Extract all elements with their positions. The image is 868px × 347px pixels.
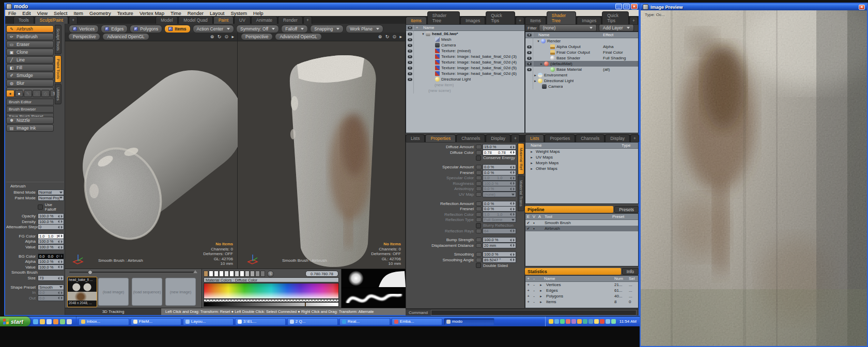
paint-tool-button[interactable]: ✐ Smudge	[6, 72, 54, 79]
pipeline-tool-row[interactable]: ✔ • Smooth Brush	[525, 220, 638, 226]
more-icon[interactable]: ▸	[399, 34, 402, 39]
property-field[interactable]: Normal	[38, 190, 64, 195]
color-swatch[interactable]	[245, 271, 250, 277]
shader-tree-row[interactable]: ► Directional Light	[525, 78, 638, 84]
stepper-arrows[interactable]	[58, 234, 63, 238]
stepper-arrows[interactable]	[510, 202, 515, 206]
visibility-eye-icon[interactable]	[525, 44, 533, 50]
channel-toggle[interactable]	[476, 150, 482, 155]
items-tree-row[interactable]: Directional Light	[406, 76, 524, 82]
expand-plus[interactable]: +	[525, 299, 531, 304]
property-field[interactable]: 100.0 %	[38, 239, 64, 244]
brush-tip-button[interactable]: ☆	[33, 90, 41, 97]
panel-tab[interactable]: Lists	[525, 134, 544, 142]
tray-icon[interactable]	[566, 319, 570, 324]
items-tree-row[interactable]: Texture: Image: head_bake_final_02d (4)	[406, 59, 524, 65]
stepper-arrows[interactable]	[510, 182, 515, 185]
panel-tab[interactable]: Channels	[456, 134, 485, 142]
menu-item[interactable]: File	[5, 10, 19, 16]
property-field[interactable]: 0.0 %	[483, 170, 516, 176]
property-field[interactable]: 100.0 %	[483, 181, 516, 186]
panel-tab[interactable]: Display	[605, 134, 630, 142]
expand-arrow[interactable]: ►	[537, 289, 543, 292]
stepper-arrows[interactable]	[58, 214, 63, 218]
color-swatch[interactable]	[204, 271, 208, 277]
stepper-arrows[interactable]	[510, 165, 515, 169]
tray-icon[interactable]	[583, 319, 587, 324]
pan-icon[interactable]: ⊕	[378, 34, 382, 39]
property-field[interactable]: 15.0 %	[483, 144, 516, 150]
tray-icon[interactable]	[606, 319, 610, 324]
taskbar-task-button[interactable]: Layou...	[183, 318, 234, 325]
brush-link-button[interactable]: Brush Editor	[6, 99, 54, 105]
stepper-arrows[interactable]	[510, 151, 515, 154]
layout-tab[interactable]: Sculpt/Paint	[35, 16, 68, 24]
tray-icon[interactable]	[554, 319, 559, 324]
shader-tree-row[interactable]: ▼ Render	[525, 38, 638, 44]
enable-check[interactable]: ✔	[525, 221, 531, 225]
viewport-right[interactable]: Perspective Advanced OpenGL ⊕ ↻ ⊙ ▸	[238, 33, 406, 269]
menu-item[interactable]: Time	[167, 10, 184, 16]
expand-arrow[interactable]: ►	[530, 150, 534, 153]
items-tree-row[interactable]: Texture: Image: head_bake_final_02d (5)	[406, 65, 524, 71]
layout-tab[interactable]: +	[69, 16, 78, 24]
panel-tab[interactable]: +	[630, 134, 639, 142]
shader-effect-value[interactable]: Alpha	[603, 44, 613, 49]
slider-handle[interactable]	[88, 270, 92, 275]
rotate-icon[interactable]: ↻	[218, 34, 222, 39]
menu-item[interactable]: Edit	[19, 10, 34, 16]
property-field[interactable]: 0.78 0.78 0.78	[483, 150, 516, 155]
panel-tab[interactable]: Display	[486, 134, 510, 142]
checkbox[interactable]	[38, 204, 43, 210]
stepper-arrows[interactable]	[510, 238, 515, 242]
property-field[interactable]: Smooth	[38, 285, 64, 290]
property-field[interactable]: (none)	[483, 192, 516, 197]
shader-tree-row[interactable]: Camera	[525, 84, 638, 89]
paint-tool-button[interactable]: ✎ Airbrush	[6, 25, 54, 33]
property-field[interactable]: 100.0 %	[38, 259, 64, 264]
panel-tab[interactable]: Items	[406, 17, 427, 24]
tray-icon[interactable]	[571, 319, 576, 324]
vertex-map-list-row[interactable]: ► Morph Maps	[525, 160, 638, 166]
panel-tab[interactable]: Shader Tree	[427, 11, 460, 24]
expand-arrow[interactable]: ►	[537, 295, 543, 298]
expand-plus[interactable]: +	[525, 288, 531, 293]
collapse-minus[interactable]: -	[531, 294, 537, 298]
view-tab[interactable]: Model Quad	[178, 16, 212, 24]
menu-item[interactable]: Layout	[207, 10, 228, 16]
expand-arrow[interactable]: ►	[533, 74, 537, 77]
property-field[interactable]: 1.0 1.0 1.0	[483, 175, 516, 181]
channel-toggle[interactable]	[476, 176, 482, 180]
property-field[interactable]: 0	[38, 224, 64, 230]
shader-effect-value[interactable]: Final Color	[603, 50, 623, 55]
panel-tab[interactable]: Lists	[406, 134, 425, 142]
channel-toggle[interactable]	[476, 201, 482, 206]
quick-launch-icon[interactable]	[47, 319, 52, 324]
shader-tree-row[interactable]: Alpha Output Alpha	[525, 44, 638, 50]
property-field[interactable]: 0.0 %	[483, 201, 516, 207]
property-field[interactable]: 100.0 %	[38, 264, 64, 270]
channel-toggle[interactable]	[476, 229, 482, 233]
visible-dot[interactable]: •	[531, 220, 537, 225]
presets-tab[interactable]: Presets	[614, 206, 639, 213]
vertex-map-list-row[interactable]: ► UV Maps	[525, 154, 638, 160]
shader-tree-row[interactable]: ► (defaultMat)	[525, 61, 638, 67]
panel-tab[interactable]: Images	[577, 17, 601, 24]
quick-launch-icon[interactable]	[60, 319, 65, 324]
visibility-eye-icon[interactable]	[406, 71, 414, 76]
pan-icon[interactable]: ⊕	[210, 34, 214, 39]
items-tree-row[interactable]: Camera	[406, 42, 524, 48]
layout-tab[interactable]: Tools	[13, 16, 34, 24]
view-tab[interactable]: Model	[156, 16, 178, 24]
expand-arrow[interactable]: ►	[530, 156, 534, 159]
menu-item[interactable]: System	[227, 10, 250, 16]
expand-plus[interactable]: +	[525, 294, 531, 298]
expand-arrow[interactable]: ►	[539, 62, 544, 66]
property-field[interactable]: 0.0 %	[483, 206, 516, 212]
stepper-arrows[interactable]	[510, 171, 515, 175]
menu-item[interactable]: Select	[51, 10, 70, 16]
stepper-arrows[interactable]	[58, 260, 63, 263]
statistics-row[interactable]: + - ► Items 8 0	[525, 299, 638, 305]
tray-icon[interactable]	[594, 319, 599, 324]
viewport-type-button[interactable]: Perspective	[68, 33, 100, 40]
